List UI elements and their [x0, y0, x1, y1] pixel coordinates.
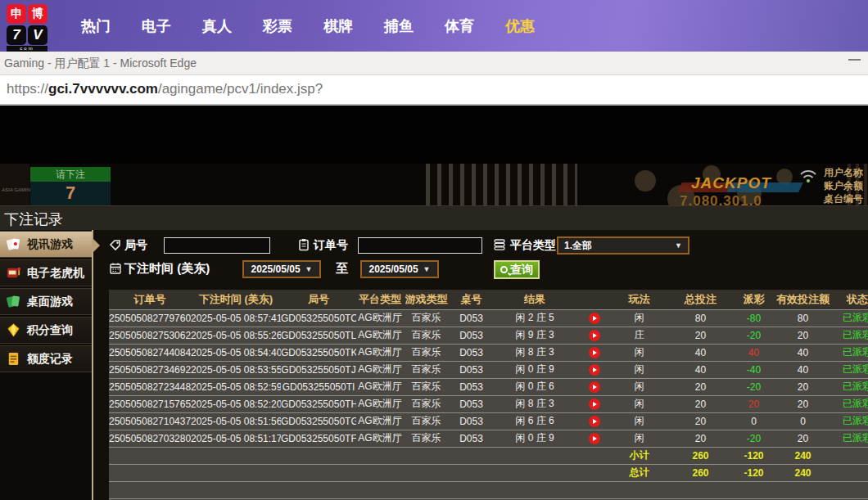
empty-cell — [109, 481, 868, 498]
game-type-cell: 百家乐 — [404, 395, 449, 412]
play-video-cell — [576, 430, 613, 447]
play-video-icon[interactable] — [589, 399, 600, 410]
round-id-cell: GD053255050TH — [281, 395, 356, 412]
site-logo[interactable]: 申 博 7 V com — [7, 4, 49, 50]
play-video-icon[interactable] — [589, 416, 600, 427]
play-type-cell: 闲 — [613, 378, 666, 395]
slot-machine-icon — [6, 265, 21, 281]
order-id-cell: 250505082710437 — [109, 412, 191, 430]
nav-item-fishing[interactable]: 捕鱼 — [383, 16, 414, 36]
table-row: 2505050827157652025-05-05 08:52:20GD0532… — [109, 395, 868, 412]
wifi-icon — [799, 169, 817, 183]
bet-time-cell: 2025-05-05 08:54:40 — [191, 344, 281, 361]
date-to-select[interactable]: 2025/05/05 ▼ — [360, 260, 439, 278]
subtotal-payout: -120 — [735, 447, 772, 464]
table-row: 2505050827104372025-05-05 08:51:56GD0532… — [109, 412, 868, 430]
logo-tile: 博 — [28, 4, 47, 24]
header-total-bet: 总投注 — [666, 290, 735, 309]
url-domain: gci.7vvvvvv.com — [48, 81, 158, 97]
sidebar-item-label: 额度记录 — [27, 352, 73, 367]
header-table-id: 桌号 — [449, 290, 494, 309]
nav-item-lottery[interactable]: 彩票 — [262, 16, 293, 36]
nav-item-sports[interactable]: 体育 — [444, 16, 475, 36]
platform-type-cell: AG欧洲厅 — [356, 378, 404, 395]
round-id-cell: GD053255050TL — [281, 327, 356, 344]
table-row: 2505050827346922025-05-05 08:53:55GD0532… — [109, 361, 868, 378]
credit-records-icon — [6, 351, 21, 367]
date-from-value: 2025/05/05 — [251, 264, 301, 275]
header-play-video — [576, 290, 613, 309]
subtotal-valid-bet: 240 — [772, 447, 834, 464]
result-cell: 闲 0 庄 9 — [494, 430, 576, 447]
platform-label: 平台类型 — [510, 238, 556, 253]
order-input[interactable] — [358, 237, 482, 254]
logo-tiles: 申 博 7 V — [7, 4, 49, 45]
nav-item-slots[interactable]: 电子 — [141, 16, 172, 36]
subtotal-label: 小计 — [613, 447, 666, 464]
nav-item-promo[interactable]: 优惠 — [504, 16, 536, 36]
valid-bet-cell: 20 — [772, 327, 834, 344]
table-header-row: 订单号 下注时间 (美东) 局号 平台类型 游戏类型 桌号 结果 玩法 总投注 … — [109, 290, 868, 309]
order-id-cell: 250505082734692 — [109, 361, 191, 378]
calendar-icon — [109, 262, 122, 275]
minimize-icon[interactable] — [848, 59, 861, 61]
empty-cell — [834, 447, 868, 464]
sidebar-item-credit-records[interactable]: 额度记录 — [0, 345, 92, 372]
platform-type-cell: AG欧洲厅 — [356, 430, 404, 447]
play-video-icon[interactable] — [589, 381, 600, 393]
play-video-icon[interactable] — [589, 347, 600, 358]
play-video-cell — [576, 412, 613, 430]
date-from-select[interactable]: 2025/05/05 ▼ — [242, 260, 321, 278]
sidebar-item-slots[interactable]: 电子老虎机 — [0, 259, 92, 286]
nav-item-cards[interactable]: 棋牌 — [323, 16, 354, 36]
game-type-cell: 百家乐 — [404, 378, 449, 395]
jackpot-display: JACKPOT 7,080,301.0 — [680, 174, 802, 205]
header-platform: 平台类型 — [356, 290, 404, 309]
to-label: 至 — [336, 261, 348, 277]
total-bet-cell: 20 — [666, 395, 735, 412]
query-button[interactable]: 查询 — [494, 260, 540, 279]
banner-left-panel — [0, 164, 29, 205]
total-bet-cell: 20 — [666, 430, 735, 447]
payout-cell: 40 — [735, 344, 772, 361]
table-id-cell: D053 — [449, 412, 494, 430]
bet-time-cell: 2025-05-05 08:53:55 — [191, 361, 281, 378]
window-title: Gaming - 用户配置 1 - Microsoft Edge — [4, 56, 197, 71]
bet-time-cell: 2025-05-05 08:57:41 — [191, 309, 281, 327]
result-cell: 闲 6 庄 6 — [494, 412, 576, 430]
payout-cell: -20 — [735, 430, 772, 447]
table-id-cell: D053 — [449, 361, 494, 378]
logo-tile: V — [28, 25, 47, 45]
play-video-icon[interactable] — [589, 313, 600, 324]
order-id-cell: 250505082703280 — [109, 430, 191, 447]
points-gem-icon — [6, 322, 21, 338]
total-total-bet: 260 — [666, 464, 735, 481]
browser-urlbar[interactable]: https://gci.7vvvvvv.com/agingame/pcv1/in… — [0, 75, 868, 106]
round-input[interactable] — [164, 237, 270, 254]
nav-item-live[interactable]: 真人 — [201, 16, 233, 36]
play-type-cell: 闲 — [613, 361, 666, 378]
status-cell: 已派彩 — [834, 378, 868, 395]
platform-list-icon — [493, 238, 506, 251]
play-video-icon[interactable] — [589, 364, 600, 376]
round-id-cell: GD053255050TK — [281, 344, 356, 361]
play-video-icon[interactable] — [589, 330, 600, 341]
order-clipboard-icon — [297, 238, 310, 251]
platform-select[interactable]: 1.全部 ▼ — [557, 236, 689, 255]
result-cell: 闲 8 庄 3 — [494, 344, 576, 361]
sidebar-item-points-query[interactable]: 积分查询 — [0, 317, 92, 344]
game-type-cell: 百家乐 — [404, 344, 449, 361]
table-games-icon — [6, 294, 21, 309]
nav-item-hot[interactable]: 热门 — [80, 16, 111, 36]
sidebar-item-table-games[interactable]: 桌面游戏 — [0, 288, 92, 315]
play-video-icon[interactable] — [589, 433, 600, 444]
empty-cell — [834, 464, 868, 481]
url-text[interactable]: https://gci.7vvvvvv.com/agingame/pcv1/in… — [7, 81, 323, 97]
game-banner: ASIA GAMING 请下注 7 JACKPOT 7,080,301.0 用户… — [0, 164, 868, 205]
sidebar-item-video-games[interactable]: 视讯游戏 — [0, 231, 92, 258]
play-video-cell — [576, 344, 613, 361]
page-root: 申 博 7 V com 热门 电子 真人 彩票 棋牌 捕鱼 体育 优惠 Gami… — [0, 0, 868, 500]
url-path: /agingame/pcv1/index.jsp? — [158, 81, 323, 97]
header-valid-bet: 有效投注额 — [772, 290, 834, 309]
page-title: 下注记录 — [4, 209, 63, 229]
